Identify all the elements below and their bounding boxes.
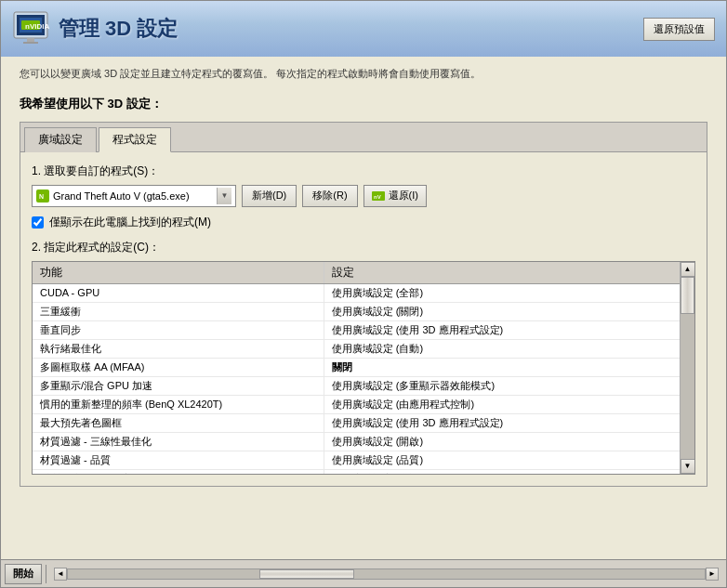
setting-cell: 使用廣域設定 (由應用程式控制): [324, 395, 680, 413]
taskbar-separator: [46, 565, 46, 583]
content-area: 您可以以變更廣域 3D 設定並且建立特定程式的覆寫值。 每次指定的程式啟動時將會…: [1, 57, 726, 559]
scroll-up-button[interactable]: ▲: [681, 262, 695, 277]
table-row[interactable]: 慣用的重新整理的頻率 (BenQ XL2420T)使用廣域設定 (由應用程式控制…: [33, 395, 680, 413]
setting-cell: 使用廣域設定 (關閉): [324, 302, 680, 320]
table-row[interactable]: 最大預先著色圖框使用廣域設定 (使用 3D 應用程式設定): [33, 413, 680, 432]
table-row[interactable]: 材質過濾 - 三線性最佳化使用廣域設定 (開啟): [33, 432, 680, 451]
program-dropdown[interactable]: N Grand Theft Auto V (gta5.exe) ▼: [32, 185, 236, 207]
col-feature-header: 功能: [33, 262, 324, 284]
table-row[interactable]: 垂直同步使用廣域設定 (使用 3D 應用程式設定): [33, 320, 680, 339]
feature-cell: 多圖框取樣 AA (MFAA): [33, 358, 324, 376]
vertical-scrollbar[interactable]: ▲ ▼: [680, 262, 694, 474]
table-row[interactable]: 執行緒最佳化使用廣域設定 (自動): [33, 339, 680, 358]
settings-table-wrapper: 功能 設定 CUDA - GPU使用廣域設定 (全部)三重緩衝使用廣域設定 (關…: [32, 261, 695, 475]
dropdown-arrow-icon: ▼: [217, 188, 231, 204]
feature-cell: 最大預先著色圖框: [33, 413, 324, 432]
tab-program[interactable]: 程式設定: [99, 127, 171, 152]
setting-cell: 使用廣域設定 (自動): [324, 339, 680, 358]
table-row[interactable]: 三重緩衝使用廣域設定 (關閉): [33, 302, 680, 320]
table-row[interactable]: 多圖框取樣 AA (MFAA)關閉: [33, 358, 680, 376]
setting-cell: 關閉: [324, 358, 680, 376]
restore-icon: nV: [372, 191, 385, 201]
program-dropdown-text: Grand Theft Auto V (gta5.exe): [53, 190, 213, 202]
dropdown-nvidia-logo: N: [36, 189, 49, 203]
window-title: 管理 3D 設定: [59, 15, 634, 43]
svg-text:nV: nV: [374, 193, 381, 199]
add-program-button[interactable]: 新增(D): [242, 185, 297, 207]
horizontal-scroll-area: ◄ ►: [54, 568, 719, 581]
feature-cell: 三重緩衝: [33, 302, 324, 320]
table-row[interactable]: 多重顯示/混合 GPU 加速使用廣域設定 (多重顯示器效能模式): [33, 376, 680, 395]
tab-content: 1. 選取要自訂的程式(S)： N Grand Theft Auto V (gt…: [20, 152, 707, 486]
feature-cell: 執行緒最佳化: [33, 339, 324, 358]
feature-cell: 材質過濾 - 品質: [33, 451, 324, 469]
feature-cell: CUDA - GPU: [33, 283, 324, 302]
h-scroll-track: [67, 568, 706, 580]
program-select-row: N Grand Theft Auto V (gta5.exe) ▼ 新增(D) …: [32, 185, 695, 207]
restore-button-label: 還原(I): [389, 189, 418, 203]
reset-default-button[interactable]: 還原預設值: [643, 18, 715, 41]
scroll-thumb-area: [681, 277, 694, 459]
nvidia-icon: nVIDIA: [12, 10, 49, 47]
feature-cell: 材質過濾 - 負鎖細度 (LOD) 偏差: [33, 469, 324, 474]
restore-program-button[interactable]: nV 還原(I): [364, 185, 427, 207]
checkbox-row: 僅顯示在此電腦上找到的程式(M): [32, 215, 695, 230]
table-row[interactable]: CUDA - GPU使用廣域設定 (全部): [33, 283, 680, 302]
setting-cell: 使用廣域設定 (使用 3D 應用程式設定): [324, 413, 680, 432]
description-text: 您可以以變更廣域 3D 設定並且建立特定程式的覆寫值。 每次指定的程式啟動時將會…: [20, 66, 707, 83]
settings-table-body: CUDA - GPU使用廣域設定 (全部)三重緩衝使用廣域設定 (關閉)垂直同步…: [33, 283, 680, 474]
checkbox-label[interactable]: 僅顯示在此電腦上找到的程式(M): [49, 215, 211, 230]
setting-cell: 使用廣域設定 (全部): [324, 283, 680, 302]
svg-text:nVIDIA: nVIDIA: [25, 22, 49, 31]
feature-cell: 多重顯示/混合 GPU 加速: [33, 376, 324, 395]
show-local-programs-checkbox[interactable]: [32, 216, 44, 229]
setting-cell: 使用廣域設定 (品質): [324, 451, 680, 469]
setting-cell: 使用廣域設定 (使用 3D 應用程式設定): [324, 320, 680, 339]
col-setting-header: 設定: [324, 262, 680, 284]
scroll-thumb[interactable]: [681, 277, 694, 314]
tab-global[interactable]: 廣域設定: [24, 127, 97, 152]
svg-rect-4: [23, 42, 38, 44]
tab-container: 廣域設定 程式設定 1. 選取要自訂的程式(S)： N Grand Theft …: [20, 122, 707, 487]
setting-cell: 使用廣域設定 (允許): [324, 469, 680, 474]
table-row[interactable]: 材質過濾 - 品質使用廣域設定 (品質): [33, 451, 680, 469]
taskbar: 開始 ◄ ►: [1, 559, 726, 587]
main-window: nVIDIA 管理 3D 設定 還原預設值 您可以以變更廣域 3D 設定並且建立…: [0, 0, 727, 588]
table-row[interactable]: 材質過濾 - 負鎖細度 (LOD) 偏差使用廣域設定 (允許): [33, 469, 680, 474]
feature-cell: 慣用的重新整理的頻率 (BenQ XL2420T): [33, 395, 324, 413]
h-scroll-left-button[interactable]: ◄: [54, 568, 67, 581]
section-title: 我希望使用以下 3D 設定：: [20, 96, 707, 112]
settings-section-label: 2. 指定此程式的設定(C)：: [32, 240, 695, 255]
feature-cell: 材質過濾 - 三線性最佳化: [33, 432, 324, 451]
features-table: 功能 設定 CUDA - GPU使用廣域設定 (全部)三重緩衝使用廣域設定 (關…: [33, 262, 680, 474]
remove-program-button[interactable]: 移除(R): [302, 185, 357, 207]
settings-table[interactable]: 功能 設定 CUDA - GPU使用廣域設定 (全部)三重緩衝使用廣域設定 (關…: [33, 262, 680, 474]
tab-header: 廣域設定 程式設定: [20, 123, 707, 152]
feature-cell: 垂直同步: [33, 320, 324, 339]
h-scroll-right-button[interactable]: ►: [706, 568, 719, 581]
title-bar: nVIDIA 管理 3D 設定 還原預設值: [1, 1, 726, 57]
h-scroll-thumb[interactable]: [259, 569, 355, 579]
start-button[interactable]: 開始: [5, 564, 42, 584]
program-section-label: 1. 選取要自訂的程式(S)：: [32, 163, 695, 179]
svg-text:N: N: [39, 193, 44, 200]
setting-cell: 使用廣域設定 (開啟): [324, 432, 680, 451]
setting-cell: 使用廣域設定 (多重顯示器效能模式): [324, 376, 680, 395]
svg-rect-3: [27, 38, 34, 42]
scroll-down-button[interactable]: ▼: [681, 459, 695, 474]
